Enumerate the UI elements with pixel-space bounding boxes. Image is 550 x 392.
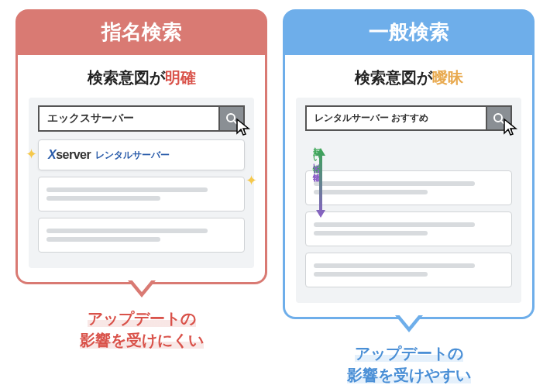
- footer-line2: 影響を受けにくい: [80, 332, 204, 349]
- subtitle-prefix: 検索意図が: [355, 69, 432, 86]
- card-header: 一般検索: [283, 9, 535, 55]
- speech-pointer-inner: [131, 279, 153, 292]
- gradient-arrow-icon: [315, 148, 326, 218]
- subtitle-highlight: 明確: [165, 69, 196, 86]
- subtitle-highlight: 曖昧: [432, 69, 463, 86]
- footer-line1: アップデートの: [88, 310, 196, 327]
- cursor-icon: [503, 118, 520, 138]
- svg-point-0: [227, 114, 235, 122]
- footer-line1: アップデートの: [355, 345, 463, 362]
- search-bar: レンタルサーバー おすすめ: [305, 105, 512, 131]
- freshness-axis: 新しい情報 古い情報: [305, 139, 327, 170]
- result-item: [38, 218, 245, 253]
- footer-line2: 影響を受けやすい: [347, 366, 471, 383]
- card-body: 検索意図が曖昧 レンタルサーバー おすすめ 新しい情報: [283, 55, 535, 319]
- subtitle: 検索意図が曖昧: [296, 67, 521, 88]
- subtitle-prefix: 検索意図が: [88, 69, 165, 86]
- general-search-card: 一般検索 検索意図が曖昧 レンタルサーバー おすすめ 新しい情報: [283, 9, 535, 386]
- result-item: [305, 170, 512, 205]
- sparkle-icon: ✦: [26, 146, 37, 163]
- sparkle-icon: ✦: [246, 172, 257, 189]
- search-input[interactable]: エックスサーバー: [38, 105, 218, 132]
- top-result: Xserver レンタルサーバー: [38, 139, 245, 170]
- card-footer: アップデートの 影響を受けにくい: [15, 308, 267, 351]
- result-item: [305, 253, 512, 287]
- search-panel: ✦ ✦ エックスサーバー Xserver レンタルサーバー: [29, 98, 254, 268]
- card-body: 検索意図が明確 ✦ ✦ エックスサーバー Xserver レンタルサーバー: [15, 55, 267, 284]
- speech-pointer-inner: [398, 314, 420, 327]
- top-result-sub: レンタルサーバー: [95, 149, 170, 162]
- results-column: [305, 170, 512, 287]
- result-item: [305, 211, 512, 246]
- svg-point-2: [494, 114, 502, 122]
- card-header: 指名検索: [15, 9, 267, 55]
- cursor-icon: [235, 118, 253, 138]
- result-item: [38, 177, 245, 211]
- xserver-logo: Xserver: [48, 148, 91, 162]
- card-footer: アップデートの 影響を受けやすい: [283, 342, 535, 386]
- subtitle: 検索意図が明確: [29, 67, 254, 88]
- search-input[interactable]: レンタルサーバー おすすめ: [305, 105, 486, 131]
- branded-search-card: 指名検索 検索意図が明確 ✦ ✦ エックスサーバー Xserver レンタルサー…: [15, 9, 267, 386]
- search-bar: エックスサーバー: [38, 105, 245, 132]
- comparison-diagram: 指名検索 検索意図が明確 ✦ ✦ エックスサーバー Xserver レンタルサー…: [9, 9, 541, 386]
- search-panel: レンタルサーバー おすすめ 新しい情報 古い情報: [296, 98, 521, 303]
